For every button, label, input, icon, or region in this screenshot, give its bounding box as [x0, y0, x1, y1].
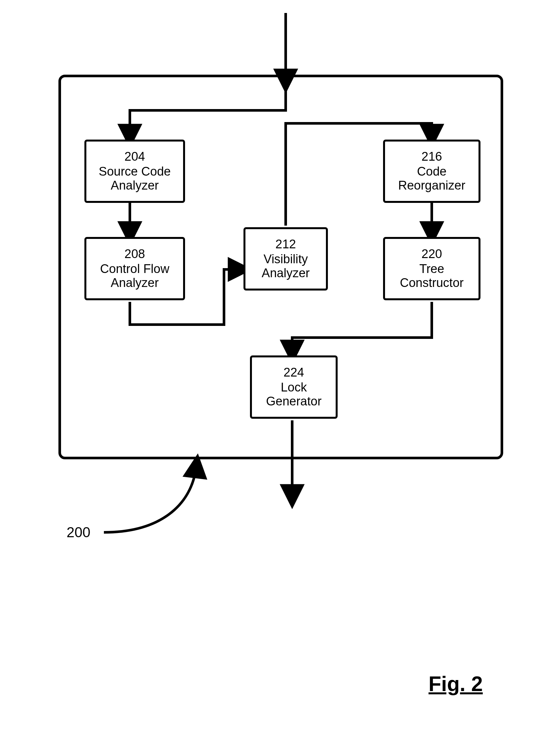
block-label: Control Flow Analyzer [100, 262, 169, 290]
block-lock-generator: 224 Lock Generator [250, 355, 338, 419]
block-label: Lock Generator [266, 380, 321, 409]
figure-label: Fig. 2 [429, 672, 483, 696]
block-code-reorganizer: 216 Code Reorganizer [383, 140, 480, 203]
block-label: Tree Constructor [400, 262, 464, 290]
block-label: Source Code Analyzer [99, 165, 171, 193]
block-number: 208 [124, 247, 145, 261]
block-number: 220 [421, 247, 442, 261]
block-label: Code Reorganizer [398, 165, 466, 193]
figure-canvas: 204 Source Code Analyzer 208 Control Flo… [0, 0, 560, 731]
block-control-flow-analyzer: 208 Control Flow Analyzer [84, 237, 185, 300]
block-label: Visibility Analyzer [262, 252, 310, 280]
block-number: 224 [283, 365, 304, 380]
block-number: 216 [421, 150, 442, 164]
block-number: 212 [275, 237, 296, 252]
block-tree-constructor: 220 Tree Constructor [383, 237, 480, 300]
block-number: 204 [124, 150, 145, 164]
container-ref-label: 200 [67, 524, 90, 540]
block-visibility-analyzer: 212 Visibility Analyzer [243, 227, 328, 291]
block-source-code-analyzer: 204 Source Code Analyzer [84, 140, 185, 203]
